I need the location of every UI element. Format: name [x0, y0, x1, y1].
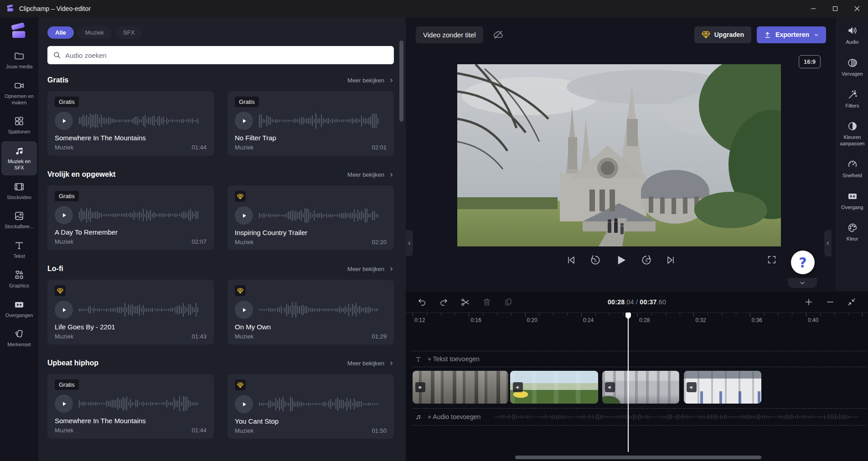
rewind-5s-button[interactable]: 5 — [589, 253, 602, 267]
audio-card[interactable]: GratisSomewhere In The MountainsMuziek01… — [47, 91, 214, 156]
play-track-button[interactable] — [235, 301, 253, 319]
sidebar-item-sjablonen[interactable]: Sjablonen — [1, 112, 37, 139]
ruler-tick — [637, 313, 638, 317]
track-name: No Filter Trap — [235, 134, 387, 142]
track-meta: Muziek01:44 — [55, 427, 207, 434]
see-more-link[interactable]: Meer bekijken — [347, 77, 394, 84]
sidebar-item-stockafbeeldingen[interactable]: Stockafbee... — [1, 206, 37, 234]
panel-item-overgang[interactable]: Overgang — [837, 191, 868, 211]
see-more-label: Meer bekijken — [347, 77, 384, 84]
collapse-preview-button[interactable] — [788, 278, 817, 288]
play-button[interactable] — [613, 252, 629, 268]
upgrade-button[interactable]: Upgraden — [694, 26, 751, 43]
timeline-clip-white-houses[interactable] — [684, 371, 761, 404]
sidebar-item-stockvideo[interactable]: Stockvideo — [1, 177, 37, 205]
palette-icon — [847, 222, 858, 233]
sidebar-item-graphics[interactable]: Graphics — [1, 266, 37, 293]
speaker-icon — [847, 25, 858, 36]
play-track-button[interactable] — [55, 112, 73, 130]
play-track-button[interactable] — [235, 395, 253, 413]
sidebar-item-jouw-media[interactable]: Jouw media — [1, 46, 37, 74]
zoom-out-button[interactable] — [826, 297, 835, 307]
track-name: You Cant Stop — [235, 417, 387, 425]
fit-timeline-button[interactable] — [847, 297, 856, 307]
see-more-link[interactable]: Meer bekijken — [347, 360, 394, 367]
undo-button[interactable] — [418, 297, 427, 307]
audio-card[interactable]: GratisSomewhere In The MountainsMuziek01… — [47, 374, 214, 439]
timeline-scrollbar[interactable] — [515, 456, 761, 459]
play-track-button[interactable] — [235, 112, 253, 130]
playhead[interactable] — [628, 312, 629, 452]
redo-button[interactable] — [439, 297, 448, 307]
maximize-button[interactable] — [824, 0, 846, 17]
export-button[interactable]: Exporteren — [757, 26, 826, 43]
tab-alle[interactable]: Alle — [47, 26, 74, 39]
panel-item-snelheid[interactable]: Snelheid — [837, 159, 868, 179]
timeline-clip-street-scene[interactable] — [413, 371, 508, 404]
expand-properties-handle[interactable] — [824, 230, 832, 256]
see-more-link[interactable]: Meer bekijken — [347, 171, 394, 178]
see-more-link[interactable]: Meer bekijken — [347, 266, 394, 272]
collapse-library-handle[interactable] — [406, 230, 413, 256]
library-scrollbar-thumb[interactable] — [399, 41, 403, 122]
zoom-in-button[interactable] — [804, 297, 813, 307]
split-button[interactable] — [460, 297, 470, 307]
timeline-clip-campus-lawn[interactable] — [510, 371, 598, 404]
minimize-button[interactable] — [802, 0, 824, 17]
audio-library-panel: Alle Muziek SFX GratisMeer bekijkenGrati… — [38, 17, 406, 461]
free-badge: Gratis — [55, 97, 79, 107]
sidebar-item-overgangen[interactable]: Overgangen — [1, 295, 37, 323]
sidebar-item-tekst[interactable]: Tekst — [1, 236, 37, 264]
track-meta: Muziek02:20 — [235, 239, 387, 246]
wand-icon — [847, 89, 858, 100]
panel-item-kleuren-aanpassen[interactable]: Kleuren aanpassen — [837, 121, 868, 147]
audio-card[interactable]: GratisA Day To RememberMuziek02:07 — [47, 185, 214, 250]
panel-item-filters[interactable]: Filters — [837, 89, 868, 109]
text-track[interactable]: + Tekst toevoegen — [412, 351, 866, 367]
panel-item-kleur[interactable]: Kleur — [837, 222, 868, 242]
track-category: Muziek — [55, 427, 73, 434]
fullscreen-button[interactable] — [767, 255, 777, 265]
audio-card[interactable]: Life Goes By - 2201Muziek01:43 — [47, 280, 214, 344]
audio-card[interactable]: You Cant StopMuziek01:50 — [227, 374, 394, 439]
duplicate-button[interactable] — [504, 297, 513, 307]
blur-icon — [847, 57, 858, 68]
see-more-label: Meer bekijken — [347, 360, 384, 367]
sidebar-item-merkenset[interactable]: Merkenset — [1, 324, 37, 352]
timeline-ruler[interactable]: 0:120:160:200:240:280:320:360:40 — [406, 312, 868, 326]
panel-item-vervagen[interactable]: Vervagen — [837, 57, 868, 77]
tab-muziek[interactable]: Muziek — [78, 26, 112, 39]
play-track-button[interactable] — [235, 206, 253, 225]
sidebar-item-muziek-en-sfx[interactable]: Muziek en SFX — [1, 141, 37, 175]
track-duration: 01:29 — [372, 333, 387, 340]
forward-5s-button[interactable]: 5 — [640, 253, 653, 267]
tab-sfx[interactable]: SFX — [115, 26, 142, 39]
play-track-button[interactable] — [55, 206, 73, 224]
ruler-tick — [539, 313, 539, 316]
track-name: Somewhere In The Mountains — [55, 134, 207, 142]
audio-card[interactable]: On My OwnMuziek01:29 — [227, 280, 394, 344]
close-button[interactable] — [846, 0, 868, 17]
music-icon — [14, 145, 25, 156]
help-button[interactable]: ? — [791, 251, 815, 274]
play-track-button[interactable] — [55, 301, 73, 319]
clipchamp-logo-icon — [9, 23, 29, 41]
sidebar-item-opnemen-en-maken[interactable]: Opnemen en maken — [1, 76, 37, 110]
play-track-button[interactable] — [55, 394, 73, 413]
timeline-clip-cathedral[interactable] — [602, 371, 679, 404]
panel-item-audio[interactable]: Audio — [837, 25, 868, 46]
library-scrollbar[interactable] — [399, 39, 403, 456]
ruler-tick — [750, 313, 750, 317]
ruler-label: 0:36 — [752, 317, 762, 323]
left-sidebar: Jouw media Opnemen en maken Sjablonen Mu… — [0, 17, 38, 461]
delete-button[interactable] — [482, 297, 491, 307]
audio-card[interactable]: Inspiring Country TrailerMuziek02:20 — [227, 185, 394, 250]
audio-track[interactable]: + Audio toevoegen — [412, 408, 866, 425]
audio-card[interactable]: GratisNo Filter TrapMuziek02:01 — [227, 91, 394, 156]
skip-end-button[interactable] — [664, 254, 677, 266]
project-title[interactable]: Video zonder titel — [416, 26, 483, 43]
video-preview[interactable] — [457, 64, 781, 246]
search-input[interactable] — [65, 51, 388, 59]
section-header: GratisMeer bekijken — [47, 76, 394, 84]
skip-start-button[interactable] — [565, 254, 578, 266]
